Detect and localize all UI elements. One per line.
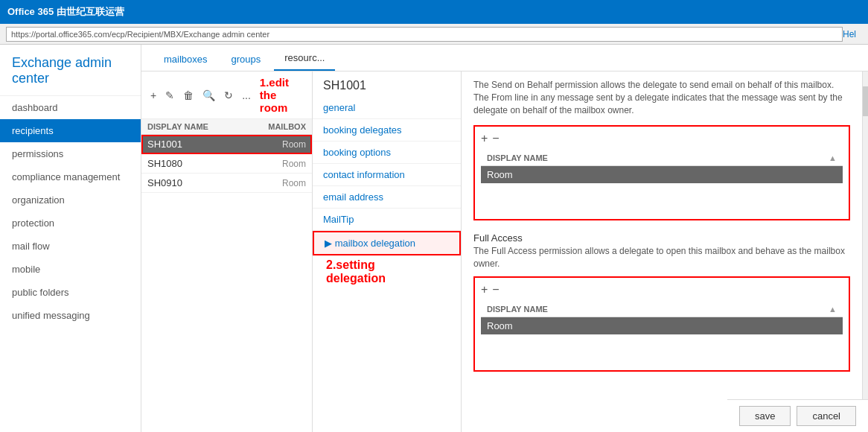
sort-arrow-icon: ▲	[829, 153, 837, 162]
detail-nav: general booking delegates booking option…	[313, 97, 461, 255]
send-on-behalf-col-header: DISPLAY NAME ▲	[481, 150, 843, 166]
item-type-sh0910: Room	[261, 178, 306, 188]
edit-button[interactable]: ✎	[162, 88, 177, 103]
content-area: mailboxes groups resourc... + ✎ 🗑 🔍 ↻ ..…	[141, 45, 868, 432]
detail-nav-general[interactable]: general	[313, 97, 461, 119]
scrollbar[interactable]	[862, 72, 868, 432]
more-button[interactable]: ...	[239, 88, 254, 103]
list-item-sh1080[interactable]: SH1080 Room	[141, 154, 312, 174]
item-name-sh1080: SH1080	[147, 158, 261, 169]
send-on-behalf-remove-button[interactable]: −	[492, 133, 499, 144]
sidebar-item-unified-messaging[interactable]: unified messaging	[0, 304, 141, 327]
send-on-behalf-empty-row	[481, 183, 843, 213]
top-bar: Office 365 由世纪互联运营	[0, 0, 868, 24]
sidebar-item-compliance-management[interactable]: compliance management	[0, 165, 141, 188]
list-items: SH1001 Room SH1080 Room SH0910 Room	[141, 135, 312, 432]
browser-bar: https://portal.office365.com/ecp/Recipie…	[0, 24, 868, 45]
item-type-sh1001: Room	[261, 139, 306, 150]
sidebar: Exchange admin center dashboard recipien…	[0, 45, 141, 432]
item-name-sh1001: SH1001	[147, 139, 261, 150]
item-name-sh0910: SH0910	[147, 177, 261, 188]
sidebar-nav: dashboard recipients permissions complia…	[0, 96, 141, 327]
send-on-behalf-row-value: Room	[481, 166, 843, 184]
tab-resources[interactable]: resourc...	[274, 46, 335, 71]
tab-groups[interactable]: groups	[221, 48, 272, 71]
top-tabs: mailboxes groups resourc...	[141, 45, 868, 72]
send-on-behalf-toolbar: + −	[481, 133, 843, 144]
detail-nav-booking-delegates[interactable]: booking delegates	[313, 119, 461, 142]
bottom-bar: save cancel	[727, 399, 868, 432]
detail-nav-booking-options[interactable]: booking options	[313, 142, 461, 164]
office365-logo: Office 365 由世纪互联运营	[7, 5, 124, 19]
full-access-row[interactable]: Room	[481, 317, 843, 334]
save-button[interactable]: save	[739, 406, 791, 426]
sort-arrow-icon-2: ▲	[829, 305, 837, 314]
annotation-edit-room: 1.edit the room	[257, 76, 306, 114]
list-area: + ✎ 🗑 🔍 ↻ ... 1.edit the room DISPLAY NA…	[141, 72, 868, 432]
send-on-behalf-table: DISPLAY NAME ▲ Room	[481, 150, 843, 213]
detail-nav-contact-information[interactable]: contact information	[313, 164, 461, 186]
detail-nav-email-address[interactable]: email address	[313, 186, 461, 209]
list-item-sh0910[interactable]: SH0910 Room	[141, 174, 312, 193]
cancel-button[interactable]: cancel	[797, 406, 856, 426]
sidebar-item-mail-flow[interactable]: mail flow	[0, 235, 141, 258]
send-on-behalf-row[interactable]: Room	[481, 166, 843, 184]
delegation-panel: The Send on Behalf permission allows the…	[462, 72, 862, 432]
sidebar-item-protection[interactable]: protection	[0, 212, 141, 235]
toolbar: + ✎ 🗑 🔍 ↻ ... 1.edit the room	[141, 72, 312, 119]
full-access-toolbar: + −	[481, 284, 843, 296]
sidebar-item-organization[interactable]: organization	[0, 188, 141, 212]
delete-button[interactable]: 🗑	[180, 88, 197, 103]
annotation-setting-delegation: 2.setting delegation	[313, 255, 461, 288]
header-display-name: DISPLAY NAME	[147, 122, 261, 131]
full-access-description: The Full Access permission allows a dele…	[473, 245, 850, 270]
mailbox-panel: + ✎ 🗑 🔍 ↻ ... 1.edit the room DISPLAY NA…	[141, 72, 313, 432]
send-on-behalf-section: + − DISPLAY NAME ▲	[473, 125, 850, 220]
list-header: DISPLAY NAME MAILBOX	[141, 119, 312, 135]
scrollbar-thumb[interactable]	[863, 86, 868, 116]
detail-title: SH1001	[313, 72, 461, 97]
url-bar[interactable]: https://portal.office365.com/ecp/Recipie…	[6, 27, 843, 42]
url-text: https://portal.office365.com/ecp/Recipie…	[11, 30, 269, 39]
sidebar-item-permissions[interactable]: permissions	[0, 142, 141, 165]
full-access-row-value: Room	[481, 317, 843, 334]
full-access-section: + − DISPLAY NAME ▲	[473, 276, 850, 372]
list-item-sh1001[interactable]: SH1001 Room	[141, 135, 312, 154]
full-access-label: Full Access	[473, 232, 850, 244]
sidebar-item-recipients[interactable]: recipients	[0, 119, 141, 142]
send-on-behalf-description: The Send on Behalf permission allows the…	[473, 79, 850, 116]
detail-panel: SH1001 general booking delegates booking…	[313, 72, 462, 432]
full-access-col-header: DISPLAY NAME ▲	[481, 302, 843, 317]
full-access-empty-row	[481, 334, 843, 364]
help-link[interactable]: Hel	[843, 29, 862, 39]
sidebar-item-dashboard[interactable]: dashboard	[0, 96, 141, 119]
main-layout: Exchange admin center dashboard recipien…	[0, 45, 868, 432]
add-button[interactable]: +	[147, 88, 159, 103]
sidebar-item-mobile[interactable]: mobile	[0, 258, 141, 281]
search-button[interactable]: 🔍	[200, 88, 218, 103]
full-access-remove-button[interactable]: −	[492, 284, 499, 296]
full-access-table: DISPLAY NAME ▲ Room	[481, 302, 843, 364]
item-type-sh1080: Room	[261, 159, 306, 169]
header-mailbox-type: MAILBOX	[261, 122, 306, 131]
tab-mailboxes[interactable]: mailboxes	[153, 48, 218, 71]
full-access-add-button[interactable]: +	[481, 284, 488, 296]
detail-nav-mailbox-delegation[interactable]: ▶ mailbox delegation	[313, 231, 461, 255]
send-on-behalf-add-button[interactable]: +	[481, 133, 488, 144]
sidebar-item-public-folders[interactable]: public folders	[0, 281, 141, 304]
app-title: Exchange admin center	[0, 45, 141, 96]
detail-nav-mailtip[interactable]: MailTip	[313, 209, 461, 231]
refresh-button[interactable]: ↻	[221, 88, 236, 103]
